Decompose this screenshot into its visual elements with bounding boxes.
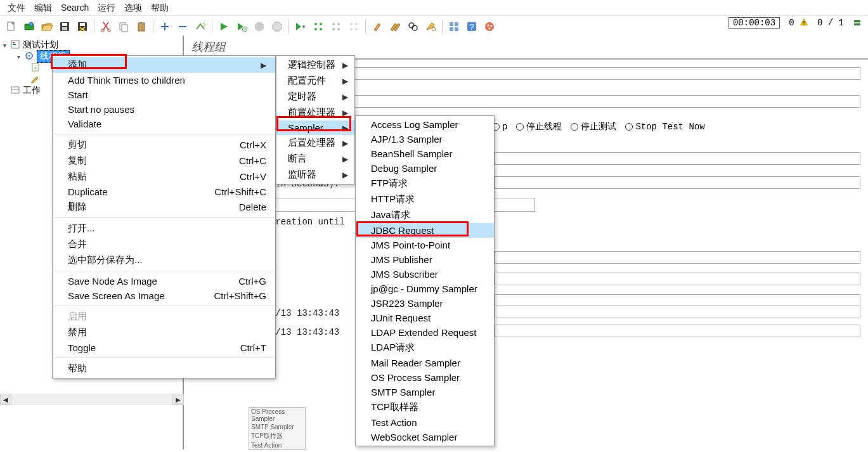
sampler-item[interactable]: Access Log Sampler (356, 117, 494, 132)
tree-hscroll[interactable]: ◀ ▶ (0, 394, 184, 405)
scroll-left-icon[interactable]: ◀ (0, 394, 11, 405)
search-icon[interactable] (405, 19, 420, 34)
menu-item[interactable]: 删除Delete (53, 199, 275, 215)
scroll-right-icon[interactable]: ▶ (172, 394, 184, 405)
radio-stop-test[interactable]: 停止测试 (571, 121, 616, 132)
start-no-pauses-icon[interactable] (234, 19, 249, 34)
start-icon[interactable] (216, 19, 231, 34)
menu-item[interactable]: 复制Ctrl+C (53, 153, 275, 169)
sampler-item[interactable]: AJP/1.3 Sampler (356, 132, 494, 146)
sampler-item[interactable]: LDAP请求 (356, 340, 494, 356)
svg-point-23 (320, 23, 322, 25)
submenu-item[interactable]: 断言▶ (276, 151, 354, 167)
menu-search[interactable]: Search (57, 3, 93, 14)
stop-icon[interactable] (252, 19, 267, 34)
sampler-item[interactable]: FTP请求 (356, 176, 494, 191)
help-icon[interactable]: ? (464, 19, 479, 34)
save-as-icon[interactable] (75, 19, 90, 34)
cut-icon[interactable] (98, 19, 113, 34)
menu-item[interactable]: Add Think Times to children (53, 73, 275, 87)
svg-rect-14 (139, 22, 143, 24)
clear-all-icon[interactable] (387, 19, 403, 34)
menu-item[interactable]: DuplicateCtrl+Shift+C (53, 184, 275, 199)
sampler-item[interactable]: SMTP Sampler (356, 385, 494, 399)
paste-icon[interactable] (134, 19, 149, 34)
sampler-item[interactable]: Java请求 (356, 207, 494, 223)
menu-help[interactable]: 帮助 (147, 3, 172, 14)
menu-item[interactable]: 打开... (53, 221, 275, 236)
menu-item[interactable]: 添加▶ (53, 57, 275, 73)
remote-start-all-icon[interactable] (311, 19, 326, 34)
scroll-track[interactable] (11, 394, 172, 405)
radio-stop-now[interactable]: Stop Test Now (625, 122, 704, 132)
submenu-item[interactable]: 监听器▶ (276, 167, 354, 183)
duration-input[interactable] (495, 251, 860, 264)
sampler-item[interactable]: HTTP请求 (356, 191, 494, 207)
sampler-item[interactable]: TCP取样器 (356, 399, 494, 415)
sampler-item[interactable]: Mail Reader Sampler (356, 356, 494, 370)
remote-start-icon[interactable] (293, 19, 308, 34)
menu-item[interactable]: Save Node As ImageCtrl+G (53, 274, 275, 288)
menu-item[interactable]: 帮助 (53, 361, 275, 377)
sampler-item[interactable]: LDAP Extended Request (356, 325, 494, 340)
input-row[interactable] (495, 294, 860, 307)
sampler-item[interactable]: jp@gc - Dummy Sampler (356, 281, 494, 296)
sampler-item[interactable]: JSR223 Sampler (356, 296, 494, 311)
sampler-item[interactable]: Debug Sampler (356, 161, 494, 176)
expand-icon[interactable] (157, 19, 172, 34)
menu-options[interactable]: 选项 (120, 3, 146, 14)
radio-stop-thread[interactable]: 停止线程 (516, 121, 562, 132)
menu-item[interactable]: 禁用 (53, 325, 275, 340)
threads-input[interactable] (495, 152, 860, 165)
menu-item[interactable]: 剪切Ctrl+X (53, 137, 275, 153)
menu-edit[interactable]: 编辑 (30, 3, 56, 14)
sampler-item[interactable]: WebSocket Sampler (356, 430, 494, 444)
rampup-input[interactable] (495, 176, 860, 189)
submenu-item[interactable]: Sampler▶ (276, 120, 354, 135)
sampler-item[interactable]: BeanShell Sampler (356, 146, 494, 161)
submenu-item[interactable]: 逻辑控制器▶ (276, 57, 354, 73)
menu-item[interactable]: 合并 (53, 236, 275, 252)
menu-item[interactable]: Start (53, 87, 275, 102)
tree-toggle-icon[interactable]: ▾ (1, 42, 8, 49)
submenu-item[interactable]: 前置处理器▶ (276, 105, 354, 120)
menu-item[interactable]: ToggleCtrl+T (53, 340, 275, 355)
sampler-item[interactable]: JMS Publisher (356, 252, 494, 267)
menu-item[interactable]: 粘贴Ctrl+V (53, 169, 275, 184)
copy-icon[interactable] (116, 19, 131, 34)
new-icon[interactable] (4, 19, 19, 34)
sampler-item[interactable]: JMS Point-to-Point (356, 238, 494, 252)
clear-icon[interactable] (370, 19, 385, 34)
startup-delay-input[interactable] (495, 273, 860, 285)
sampler-item[interactable]: JMS Subscriber (356, 267, 494, 281)
menu-item[interactable]: Save Screen As ImageCtrl+Shift+G (53, 288, 275, 303)
menu-file[interactable]: 文件 (4, 3, 29, 14)
sampler-item[interactable]: JUnit Request (356, 311, 494, 325)
remote-stop-icon[interactable] (328, 19, 344, 34)
menu-run[interactable]: 运行 (94, 3, 119, 14)
endtime-input[interactable] (495, 325, 860, 337)
submenu-item[interactable]: 定时器▶ (276, 89, 354, 105)
starttime-input[interactable] (495, 306, 860, 318)
shutdown-icon[interactable] (269, 19, 285, 34)
tree-root[interactable]: ▾ 测试计划 (0, 39, 183, 51)
plugins-icon[interactable] (482, 19, 497, 34)
function-helper-icon[interactable] (446, 19, 462, 34)
menu-item[interactable]: Validate (53, 117, 275, 131)
sampler-item[interactable]: Test Action (356, 415, 494, 430)
open-icon[interactable] (39, 19, 55, 34)
open-template-icon[interactable] (22, 19, 37, 34)
menu-item[interactable]: Start no pauses (53, 102, 275, 117)
tree-toggle-icon[interactable]: ▾ (15, 53, 22, 60)
menu-shortcut: Ctrl+Shift+G (214, 290, 266, 301)
remote-shutdown-icon[interactable] (346, 19, 361, 34)
collapse-icon[interactable] (175, 19, 190, 34)
menu-item[interactable]: 选中部分保存为... (53, 252, 275, 268)
save-icon[interactable] (57, 19, 72, 34)
submenu-item[interactable]: 配置元件▶ (276, 73, 354, 89)
reset-search-icon[interactable] (423, 19, 438, 34)
submenu-item[interactable]: 后置处理器▶ (276, 135, 354, 151)
sampler-item[interactable]: JDBC Request (356, 223, 494, 238)
toggle-icon[interactable] (193, 19, 208, 34)
sampler-item[interactable]: OS Process Sampler (356, 370, 494, 385)
